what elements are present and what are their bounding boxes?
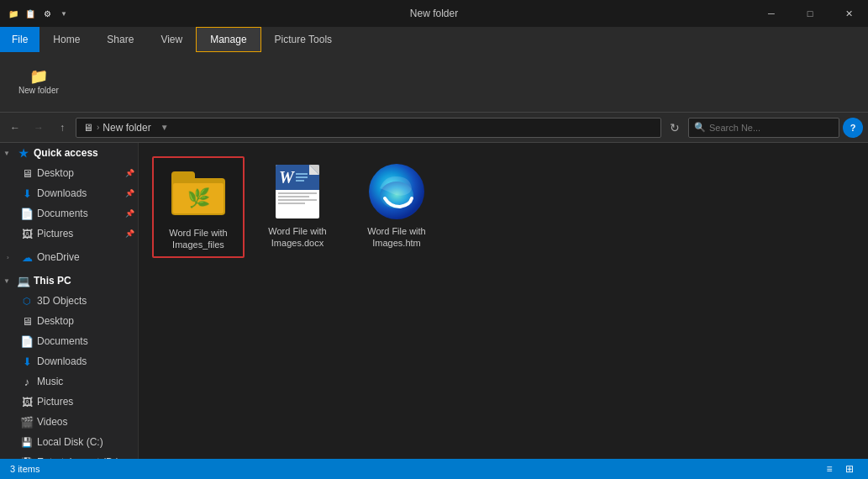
sidebar-entertainment-d-label: Entertainment (D:): [37, 456, 138, 459]
downloads-qa-icon: ⬇: [20, 187, 34, 200]
sidebar-section-quick-access[interactable]: ▼ ★ Quick access: [0, 143, 138, 163]
sidebar-pictures-pc-label: Pictures: [37, 396, 138, 408]
new-folder-icon: 📁: [29, 69, 48, 84]
help-button[interactable]: ?: [843, 118, 863, 138]
ribbon-group-nav: 📁 New folder: [7, 67, 71, 97]
forward-button[interactable]: →: [29, 118, 49, 138]
maximize-button[interactable]: □: [791, 0, 829, 27]
tab-picture-tools[interactable]: Picture Tools: [261, 27, 345, 52]
sidebar-item-music[interactable]: ♪ Music: [0, 371, 138, 392]
file-item-folder[interactable]: 🌿 Word File with Images_files: [152, 156, 245, 258]
title-bar-app-icons: 📁 📋 ⚙ ▼: [0, 7, 77, 20]
sidebar-item-onedrive[interactable]: › ☁ OneDrive: [0, 247, 138, 267]
status-view-icons: ≡ ⊞: [821, 461, 858, 476]
sidebar-item-downloads-qa[interactable]: ⬇ Downloads 📌: [0, 183, 138, 203]
folder-leaf-icon: 🌿: [187, 189, 210, 208]
close-button[interactable]: ✕: [829, 0, 868, 27]
back-button[interactable]: ←: [5, 118, 25, 138]
desktop-qa-icon: 🖥: [20, 166, 34, 180]
tab-manage[interactable]: Manage: [196, 27, 260, 52]
sidebar-onedrive-label: OneDrive: [37, 251, 138, 263]
line1: [296, 173, 308, 175]
search-icon: 🔍: [694, 122, 706, 133]
sidebar-downloads-pc-label: Downloads: [37, 355, 138, 367]
tab-share[interactable]: Share: [93, 27, 147, 52]
music-icon: ♪: [20, 375, 34, 388]
sidebar-item-pictures-qa[interactable]: 🖼 Pictures 📌: [0, 224, 138, 244]
sidebar-item-local-disk-c[interactable]: 💾 Local Disk (C:): [0, 432, 138, 452]
sidebar-3dobjects-label: 3D Objects: [37, 295, 138, 307]
title-bar: 📁 📋 ⚙ ▼ New folder ─ □ ✕: [0, 0, 868, 27]
refresh-button[interactable]: ↻: [665, 118, 685, 138]
pin-icon: 📌: [125, 169, 134, 177]
sidebar-item-videos[interactable]: 🎬 Videos: [0, 412, 138, 432]
sidebar-item-entertainment-d[interactable]: 💾 Entertainment (D:): [0, 452, 138, 459]
pin-icon-pics: 📌: [125, 229, 134, 238]
3dobjects-icon: ⬡: [20, 294, 34, 308]
line3: [296, 180, 304, 182]
sidebar-item-pictures-pc[interactable]: 🖼 Pictures: [0, 392, 138, 412]
folder-body: 🌿: [171, 178, 225, 215]
sidebar-item-desktop-pc[interactable]: 🖥 Desktop: [0, 311, 138, 331]
sidebar-downloads-qa-label: Downloads: [37, 187, 122, 199]
doc-line3: [278, 199, 317, 201]
sidebar-this-pc-label: This PC: [34, 275, 138, 287]
sidebar-documents-pc-label: Documents: [37, 335, 138, 347]
search-bar[interactable]: 🔍: [688, 118, 839, 138]
folder-inner: 🌿: [173, 183, 224, 213]
file-item-docx[interactable]: W Word File with Image: [251, 156, 344, 258]
sidebar-desktop-qa-label: Desktop: [37, 167, 122, 179]
documents-pc-icon: 📄: [20, 334, 34, 348]
status-bar: 3 items ≡ ⊞: [0, 459, 868, 479]
tab-home[interactable]: Home: [39, 27, 93, 52]
folder-icon-wrapper: 🌿: [168, 163, 229, 224]
sidebar-local-disk-c-label: Local Disk (C:): [37, 436, 138, 448]
view-details-button[interactable]: ≡: [821, 461, 838, 476]
line2: [296, 176, 308, 178]
help-icon: ?: [850, 123, 856, 133]
tab-view[interactable]: View: [147, 27, 196, 52]
dropdown-arrow[interactable]: ▼: [57, 7, 71, 20]
downloads-pc-icon: ⬇: [20, 355, 34, 368]
sidebar-section-this-pc[interactable]: ▼ 💻 This PC: [0, 271, 138, 291]
local-disk-c-icon: 💾: [20, 435, 34, 449]
pin-icon-docs: 📌: [125, 209, 134, 218]
tab-file[interactable]: File: [0, 27, 39, 52]
search-input[interactable]: [709, 123, 834, 133]
file-item-htm[interactable]: Word File with Images.htm: [350, 156, 443, 258]
this-pc-expand-icon: ▼: [3, 277, 13, 285]
onedrive-icon: ☁: [20, 250, 34, 264]
this-pc-icon: 💻: [17, 274, 30, 287]
address-dropdown-arrow[interactable]: ▼: [156, 118, 173, 138]
address-bar[interactable]: 🖥 › New folder ▼: [76, 118, 661, 138]
sidebar-item-documents-pc[interactable]: 📄 Documents: [0, 331, 138, 351]
sidebar: ▼ ★ Quick access 🖥 Desktop 📌 ⬇ Downloads…: [0, 143, 139, 459]
word-doc-icon: W: [276, 165, 319, 218]
breadcrumb: 🖥 › New folder: [83, 122, 151, 134]
new-folder-label: New folder: [18, 86, 59, 95]
sidebar-music-label: Music: [37, 376, 138, 387]
up-button[interactable]: ↑: [52, 118, 72, 138]
view-tiles-button[interactable]: ⊞: [841, 461, 858, 476]
ribbon-btn-new-folder[interactable]: 📁 New folder: [13, 67, 64, 97]
main-layout: ▼ ★ Quick access 🖥 Desktop 📌 ⬇ Downloads…: [0, 143, 868, 459]
file-htm-label: Word File with Images.htm: [355, 225, 438, 250]
pin-icon-dl: 📌: [125, 189, 134, 197]
ribbon-content: 📁 New folder: [0, 52, 868, 113]
file-folder-label: Word File with Images_files: [159, 227, 238, 251]
address-bar-area: ← → ↑ 🖥 › New folder ▼ ↻ 🔍 ?: [0, 113, 868, 143]
window-controls: ─ □ ✕: [752, 0, 868, 27]
content-area: 🌿 Word File with Images_files W: [139, 143, 868, 459]
app-icon-2: 📋: [24, 7, 37, 20]
minimize-button[interactable]: ─: [752, 0, 791, 27]
sidebar-item-downloads-pc[interactable]: ⬇ Downloads: [0, 351, 138, 371]
onedrive-expand-icon: ›: [7, 254, 17, 261]
sidebar-item-desktop-qa[interactable]: 🖥 Desktop 📌: [0, 163, 138, 183]
doc-line4: [278, 203, 305, 204]
folder-icon: 🌿: [171, 171, 225, 215]
quick-access-icon: ★: [17, 146, 30, 160]
doc-line1: [278, 192, 317, 194]
sidebar-item-documents-qa[interactable]: 📄 Documents 📌: [0, 203, 138, 224]
app-icon-1: 📁: [7, 7, 20, 20]
sidebar-item-3dobjects[interactable]: ⬡ 3D Objects: [0, 291, 138, 311]
